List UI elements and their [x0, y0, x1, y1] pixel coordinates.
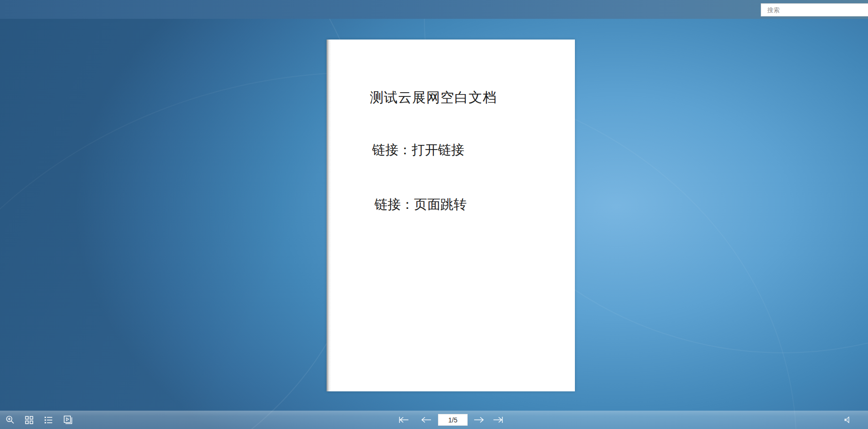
grid-icon: [25, 416, 33, 424]
thumbnails-button[interactable]: [23, 411, 36, 429]
page-number-input[interactable]: [438, 414, 468, 426]
table-of-contents-button[interactable]: [42, 411, 55, 429]
document-title: 测试云展网空白文档: [370, 90, 497, 105]
search-input[interactable]: [761, 3, 868, 16]
arrow-left-icon: [421, 416, 432, 424]
slideshow-button[interactable]: [61, 411, 74, 429]
arrow-last-icon: [493, 416, 504, 424]
previous-page-button[interactable]: [419, 411, 433, 429]
speaker-icon: [843, 415, 852, 424]
top-bar: [0, 0, 868, 19]
first-page-button[interactable]: [397, 411, 411, 429]
next-page-button[interactable]: [472, 411, 486, 429]
document-link-page-jump[interactable]: 链接：页面跳转: [374, 198, 467, 212]
bottom-toolbar: [0, 411, 868, 429]
document-page[interactable]: 测试云展网空白文档 链接：打开链接 链接：页面跳转: [326, 40, 575, 391]
arrow-first-icon: [398, 416, 409, 424]
slideshow-play-icon: [64, 415, 72, 424]
last-page-button[interactable]: [491, 411, 505, 429]
sound-toggle-button[interactable]: [841, 411, 854, 429]
bulleted-list-icon: [44, 416, 53, 424]
zoom-in-button[interactable]: [3, 411, 16, 429]
magnifier-plus-icon: [6, 415, 15, 424]
document-link-open-url[interactable]: 链接：打开链接: [372, 143, 464, 158]
arrow-right-icon: [473, 416, 485, 424]
